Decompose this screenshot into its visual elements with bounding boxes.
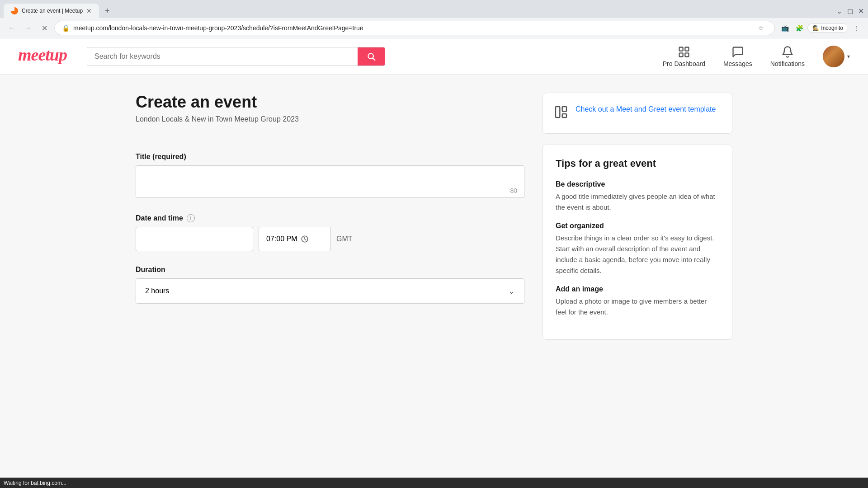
main-content: Create an event London Locals & New in T… [0,75,868,478]
close-button[interactable]: ✕ [857,7,864,14]
tip-item-2: Get organized Describe things in a clear… [556,222,719,276]
svg-rect-5 [679,53,683,56]
tab-bar: Create an event | Meetup ✕ + ⌄ ◻ ✕ [0,0,868,18]
status-text: Waiting for bat.bing.com... [4,480,66,486]
tip-item-3: Add an image Upload a photo or image to … [556,285,719,318]
address-bar[interactable]: 🔒 meetup.com/london-locals-new-in-town-m… [54,21,775,35]
reload-button[interactable]: ✕ [38,22,51,34]
sidebar: Check out a Meet and Greet event templat… [542,93,732,340]
menu-button[interactable]: ⋮ [850,22,863,34]
title-input[interactable] [136,165,524,198]
screen-cast-button[interactable]: 📺 [778,22,791,34]
svg-rect-8 [556,107,560,117]
template-link[interactable]: Check out a Meet and Greet event templat… [576,104,716,115]
datetime-info-icon[interactable]: i [187,214,195,222]
timezone-label: GMT [336,235,353,243]
user-menu[interactable]: ▾ [823,46,850,67]
new-tab-button[interactable]: + [101,5,113,17]
site-header: meetup Pro Dashboard Messages [0,38,868,75]
svg-rect-6 [685,53,689,56]
browser-chrome: Create an event | Meetup ✕ + ⌄ ◻ ✕ ← → ✕… [0,0,868,38]
svg-rect-3 [679,47,683,51]
svg-line-2 [373,58,375,60]
forward-button[interactable]: → [22,22,34,34]
avatar-image [823,46,844,67]
messages-label: Messages [723,60,752,67]
search-input[interactable] [87,48,358,65]
active-tab[interactable]: Create an event | Meetup ✕ [4,4,99,18]
duration-label: Duration [136,266,524,274]
tip-heading-2: Get organized [556,222,719,230]
time-value: 07:00 PM [266,235,297,243]
messages-nav[interactable]: Messages [723,46,752,67]
notifications-nav[interactable]: Notifications [770,46,805,67]
pro-dashboard-icon [678,46,690,58]
incognito-label: Incognito [821,25,843,31]
title-field-label: Title (required) [136,153,524,161]
incognito-badge[interactable]: 🕵 Incognito [807,23,848,33]
status-bar: Waiting for bat.bing.com... [0,478,868,488]
tab-close-button[interactable]: ✕ [86,7,92,14]
tab-favicon [11,7,18,14]
datetime-label: Date and time i [136,214,524,222]
meetup-logo[interactable]: meetup [18,43,72,69]
back-button[interactable]: ← [5,22,18,34]
address-text: meetup.com/london-locals-new-in-town-mee… [73,24,751,32]
logo-svg: meetup [18,43,72,65]
bookmark-button[interactable]: ☆ [755,22,767,34]
pro-dashboard-label: Pro Dashboard [663,60,705,67]
page-title: Create an event [136,93,524,112]
duration-value: 2 hours [145,287,169,295]
datetime-section: Date and time i 07:00 PM GMT [136,214,524,251]
search-wrapper [87,47,385,66]
incognito-icon: 🕵 [812,25,819,31]
chevron-down-icon: ⌄ [508,286,515,296]
browser-actions: 📺 🧩 🕵 Incognito ⋮ [778,22,863,34]
datetime-row: 07:00 PM GMT [136,227,524,251]
messages-icon [731,46,744,58]
time-input[interactable]: 07:00 PM [259,227,331,251]
title-input-container: 80 [136,165,524,200]
tip-heading-1: Be descriptive [556,180,719,188]
avatar-dropdown-arrow[interactable]: ▾ [847,53,850,60]
char-count: 80 [510,187,517,194]
template-icon [554,105,568,122]
content-wrapper: Create an event London Locals & New in T… [118,93,750,340]
notifications-icon [781,46,794,58]
svg-rect-9 [562,107,566,112]
form-section: Create an event London Locals & New in T… [136,93,524,340]
search-icon [367,52,376,61]
svg-rect-4 [685,47,689,51]
search-button[interactable] [358,47,385,66]
tab-title: Create an event | Meetup [22,8,83,14]
duration-section: Duration 2 hours ⌄ [136,266,524,304]
lock-icon: 🔒 [62,24,70,32]
title-field-wrapper: Title (required) 80 [136,153,524,200]
address-bar-row: ← → ✕ 🔒 meetup.com/london-locals-new-in-… [0,18,868,38]
maximize-button[interactable]: ◻ [846,7,854,14]
divider [136,138,524,138]
tip-text-3: Upload a photo or image to give members … [556,296,719,318]
duration-select[interactable]: 2 hours ⌄ [136,278,524,304]
minimize-button[interactable]: ⌄ [835,7,843,14]
template-card: Check out a Meet and Greet event templat… [542,93,732,134]
date-input[interactable] [136,227,253,251]
clock-icon [301,235,309,243]
user-avatar[interactable] [823,46,844,67]
nav-right: Pro Dashboard Messages Notifications ▾ [663,46,850,67]
tip-text-2: Describe things in a clear order so it's… [556,233,719,276]
svg-text:meetup: meetup [18,45,67,64]
window-controls: ⌄ ◻ ✕ [835,7,864,14]
svg-rect-10 [562,114,566,117]
tip-text-1: A good title immediately gives people an… [556,191,719,213]
pro-dashboard-nav[interactable]: Pro Dashboard [663,46,705,67]
tips-title: Tips for a great event [556,158,719,169]
tip-item-1: Be descriptive A good title immediately … [556,180,719,213]
page-subtitle: London Locals & New in Town Meetup Group… [136,115,524,123]
address-actions: ☆ [755,22,767,34]
notifications-label: Notifications [770,60,805,67]
extensions-button[interactable]: 🧩 [793,22,806,34]
tip-heading-3: Add an image [556,285,719,293]
tips-card: Tips for a great event Be descriptive A … [542,145,732,340]
